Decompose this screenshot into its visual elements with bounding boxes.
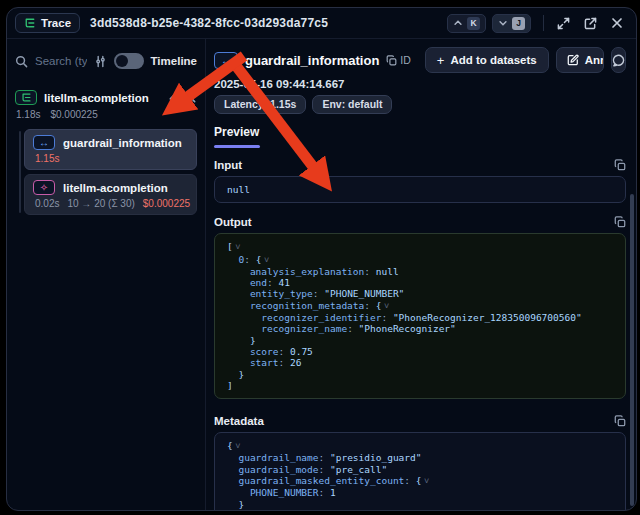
copy-input-button[interactable]	[614, 159, 626, 171]
annotate-label: Annotate	[585, 54, 604, 66]
id-label: ID	[400, 54, 411, 66]
tab-bar: Preview	[214, 122, 626, 148]
copy-metadata-button[interactable]	[614, 415, 626, 427]
page: Trace 3dd538d8-b25e-4382-8fcc-03d293da77…	[0, 0, 640, 515]
item-latency: 1.15s	[35, 153, 59, 164]
badge-row: Latency: 1.15s Env: default	[214, 95, 626, 114]
observation-detail-panel: ↔ guardrail_information ID + Add to data…	[206, 39, 636, 510]
square-pen-icon	[567, 54, 579, 66]
generation-type-badge: ✧	[33, 180, 55, 195]
tree-item-name: litellm-acompletion	[63, 182, 168, 194]
latency-badge: Latency: 1.15s	[214, 95, 306, 114]
annotate-split-button: Annotate	[556, 47, 604, 73]
vertical-scrollbar[interactable]	[630, 194, 634, 506]
search-icon	[15, 55, 28, 68]
item-token-usage: 10 → 20 (Σ 30)	[67, 198, 134, 209]
trace-type-badge: Trace	[15, 13, 80, 33]
span-arrow-icon: ↔	[221, 55, 231, 66]
trace-tree-sidebar: Timeline litellm-acompletion	[7, 39, 206, 510]
list-tree-icon	[24, 17, 36, 29]
chevron-up-icon[interactable]	[168, 92, 179, 103]
observation-timestamp: 2025-05-16 09:44:14.667	[214, 78, 626, 90]
comment-button[interactable]	[611, 47, 626, 73]
sparkle-icon: ✧	[40, 182, 48, 193]
input-label: Input	[214, 159, 242, 171]
root-metrics: 1.18s $0.000225	[16, 109, 197, 120]
maximize-icon	[557, 17, 570, 30]
list-tree-icon	[21, 92, 32, 103]
chevron-down-icon	[498, 18, 508, 28]
metadata-code-box: { ˅ guardrail_name: "presidio_guard" gua…	[214, 432, 626, 510]
input-code-box: null	[214, 176, 626, 203]
tree-root-row[interactable]: litellm-acompletion	[15, 90, 197, 105]
env-badge: Env: default	[312, 95, 392, 114]
tree-item-name: guardrail_information	[63, 137, 182, 149]
expand-button[interactable]	[554, 14, 572, 32]
close-icon	[611, 17, 623, 29]
add-to-datasets-label: Add to datasets	[450, 54, 536, 66]
metadata-section-header: Metadata	[214, 413, 626, 428]
output-code-box: [ ˅ 0: { ˅ analysis_explanation: null en…	[214, 233, 626, 399]
next-observation-button[interactable]: J	[492, 14, 531, 33]
copy-icon	[614, 216, 626, 228]
collapse-all-icon[interactable]	[186, 92, 197, 103]
observation-title: guardrail_information	[245, 53, 379, 68]
kbd-j: J	[512, 17, 525, 30]
close-button[interactable]	[608, 14, 626, 32]
tree-guide-line	[19, 131, 21, 213]
output-section-header: Output	[214, 214, 626, 229]
copy-icon	[386, 55, 397, 66]
output-label: Output	[214, 216, 252, 228]
search-input[interactable]	[35, 55, 87, 67]
annotate-button[interactable]: Annotate	[557, 48, 604, 72]
tree-item-guardrail-information[interactable]: ↔ guardrail_information 1.15s	[24, 129, 197, 170]
tree-children: ↔ guardrail_information 1.15s	[15, 129, 197, 215]
external-link-icon	[584, 17, 597, 30]
copy-output-button[interactable]	[614, 216, 626, 228]
search-bar: Timeline	[15, 49, 197, 73]
open-external-button[interactable]	[581, 14, 599, 32]
item-cost: $0.000225	[143, 198, 190, 209]
topbar-divider	[543, 15, 544, 31]
metadata-label: Metadata	[214, 415, 264, 427]
top-bar: Trace 3dd538d8-b25e-4382-8fcc-03d293da77…	[7, 8, 636, 39]
root-latency: 1.18s	[16, 109, 40, 120]
trace-badge-label: Trace	[41, 17, 71, 29]
tab-preview[interactable]: Preview	[214, 125, 259, 139]
chevron-up-icon	[453, 18, 463, 28]
trace-type-badge	[15, 90, 37, 105]
copy-icon	[614, 415, 626, 427]
copy-id-button[interactable]: ID	[386, 54, 411, 66]
prev-observation-button[interactable]: K	[447, 14, 486, 33]
kbd-k: K	[467, 17, 480, 30]
observation-header: ↔ guardrail_information ID + Add to data…	[214, 47, 626, 73]
input-section-header: Input	[214, 157, 626, 172]
message-bubble-icon	[612, 54, 625, 67]
trace-detail-window: Trace 3dd538d8-b25e-4382-8fcc-03d293da77…	[6, 7, 637, 511]
span-type-badge: ↔	[33, 135, 55, 150]
plus-icon: +	[437, 53, 445, 68]
trace-tree: litellm-acompletion 1.18s $0.000225	[15, 90, 197, 215]
span-type-badge: ↔	[214, 52, 238, 69]
filter-sliders-icon[interactable]	[94, 55, 107, 68]
item-latency: 0.02s	[35, 198, 59, 209]
tree-item-litellm-acompletion[interactable]: ✧ litellm-acompletion 0.02s 10 → 20 (Σ 3…	[24, 174, 197, 215]
span-arrow-icon: ↔	[39, 137, 49, 148]
trace-id: 3dd538d8-b25e-4382-8fcc-03d293da77c5	[90, 16, 328, 30]
add-to-datasets-button[interactable]: + Add to datasets	[425, 47, 549, 73]
tree-root-name: litellm-acompletion	[44, 92, 161, 104]
copy-icon	[614, 159, 626, 171]
root-cost: $0.000225	[50, 109, 97, 120]
tab-active-underline	[214, 145, 260, 148]
timeline-label: Timeline	[151, 55, 197, 67]
timeline-toggle[interactable]	[114, 53, 144, 69]
